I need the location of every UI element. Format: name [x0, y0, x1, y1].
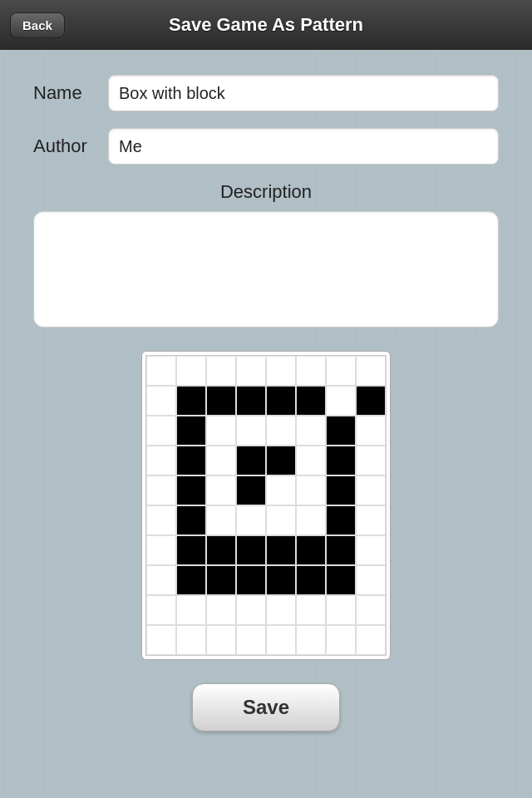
grid-cell: [356, 356, 386, 386]
grid-cell: [356, 595, 386, 625]
grid-cell: [236, 565, 266, 595]
grid-cell: [356, 475, 386, 505]
grid-cell: [236, 416, 266, 446]
pattern-grid-container: [33, 351, 499, 660]
grid-cell: [146, 386, 176, 416]
grid-cell: [146, 505, 176, 535]
grid-cell: [266, 386, 296, 416]
grid-cell: [266, 356, 296, 386]
grid-cell: [176, 386, 206, 416]
grid-cell: [206, 416, 236, 446]
grid-cell: [176, 595, 206, 625]
grid-cell: [266, 475, 296, 505]
grid-cell: [146, 356, 176, 386]
grid-cell: [176, 505, 206, 535]
grid-cell: [296, 446, 326, 475]
grid-cell: [296, 565, 326, 595]
grid-cell: [176, 565, 206, 595]
grid-cell: [326, 595, 356, 625]
grid-cell: [326, 535, 356, 565]
grid-cell: [176, 535, 206, 565]
grid-cell: [356, 505, 386, 535]
grid-cell: [146, 565, 176, 595]
grid-cell: [146, 416, 176, 446]
nav-bar: Back Save Game As Pattern: [0, 0, 532, 50]
grid-cell: [296, 625, 326, 655]
author-input[interactable]: [108, 128, 499, 165]
grid-cell: [356, 625, 386, 655]
nav-title: Save Game As Pattern: [169, 14, 363, 36]
grid-cell: [206, 386, 236, 416]
grid-cell: [326, 475, 356, 505]
grid-cell: [146, 535, 176, 565]
grid-cell: [326, 505, 356, 535]
grid-cell: [326, 565, 356, 595]
grid-cell: [146, 595, 176, 625]
grid-cell: [206, 535, 236, 565]
pattern-grid-wrapper: [141, 351, 391, 660]
grid-cell: [266, 505, 296, 535]
grid-cell: [266, 625, 296, 655]
grid-cell: [146, 446, 176, 475]
grid-cell: [176, 356, 206, 386]
grid-cell: [206, 356, 236, 386]
grid-cell: [206, 595, 236, 625]
author-label: Author: [33, 135, 108, 157]
grid-cell: [236, 595, 266, 625]
grid-cell: [236, 505, 266, 535]
grid-cell: [236, 625, 266, 655]
description-textarea[interactable]: [33, 211, 499, 328]
grid-cell: [236, 475, 266, 505]
grid-cell: [236, 356, 266, 386]
name-input[interactable]: [108, 75, 499, 111]
grid-cell: [326, 446, 356, 475]
grid-cell: [206, 475, 236, 505]
grid-cell: [206, 505, 236, 535]
grid-cell: [176, 475, 206, 505]
main-content: Name Author Description Save: [0, 50, 532, 748]
grid-cell: [326, 356, 356, 386]
grid-cell: [236, 446, 266, 475]
grid-cell: [206, 625, 236, 655]
grid-cell: [236, 386, 266, 416]
grid-cell: [296, 356, 326, 386]
grid-cell: [356, 416, 386, 446]
pattern-grid: [145, 355, 387, 656]
save-button[interactable]: Save: [192, 683, 340, 732]
grid-cell: [206, 565, 236, 595]
grid-cell: [296, 386, 326, 416]
grid-cell: [266, 595, 296, 625]
grid-cell: [176, 416, 206, 446]
grid-cell: [206, 446, 236, 475]
grid-cell: [356, 446, 386, 475]
grid-cell: [326, 386, 356, 416]
grid-cell: [296, 505, 326, 535]
save-button-container: Save: [33, 683, 499, 732]
grid-cell: [326, 625, 356, 655]
grid-cell: [266, 535, 296, 565]
author-row: Author: [33, 128, 499, 165]
grid-cell: [176, 446, 206, 475]
grid-cell: [266, 446, 296, 475]
grid-cell: [266, 416, 296, 446]
grid-cell: [356, 535, 386, 565]
grid-cell: [146, 625, 176, 655]
name-label: Name: [33, 82, 108, 104]
description-label: Description: [33, 181, 499, 203]
grid-cell: [296, 475, 326, 505]
grid-cell: [146, 475, 176, 505]
grid-cell: [326, 416, 356, 446]
grid-cell: [296, 416, 326, 446]
grid-cell: [296, 595, 326, 625]
name-row: Name: [33, 75, 499, 111]
grid-cell: [356, 386, 386, 416]
grid-cell: [356, 565, 386, 595]
grid-cell: [236, 535, 266, 565]
grid-cell: [176, 625, 206, 655]
grid-cell: [296, 535, 326, 565]
back-button[interactable]: Back: [10, 12, 65, 38]
grid-cell: [266, 565, 296, 595]
